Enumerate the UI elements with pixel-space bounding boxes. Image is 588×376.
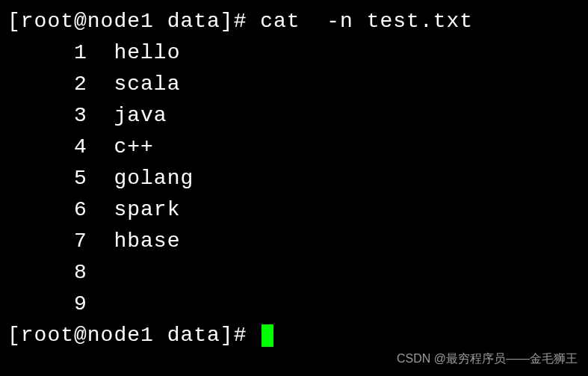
output-line-8: 8 — [7, 257, 581, 289]
output-line-1: 1 hello — [7, 37, 581, 69]
command-line: [root@node1 data]# cat -n test.txt — [7, 6, 581, 37]
output-line-5: 5 golang — [7, 163, 581, 194]
output-line-2: 2 scala — [7, 69, 581, 100]
output-line-6: 6 spark — [7, 194, 581, 226]
watermark-text: CSDN @最穷程序员——金毛狮王 — [397, 351, 578, 367]
output-line-4: 4 c++ — [7, 132, 581, 163]
output-line-9: 9 — [7, 289, 581, 320]
cursor-icon — [261, 324, 273, 347]
output-line-3: 3 java — [7, 100, 581, 132]
prompt-text: [root@node1 data]# — [7, 320, 260, 351]
prompt-line[interactable]: [root@node1 data]# — [7, 320, 581, 351]
output-line-7: 7 hbase — [7, 226, 581, 257]
